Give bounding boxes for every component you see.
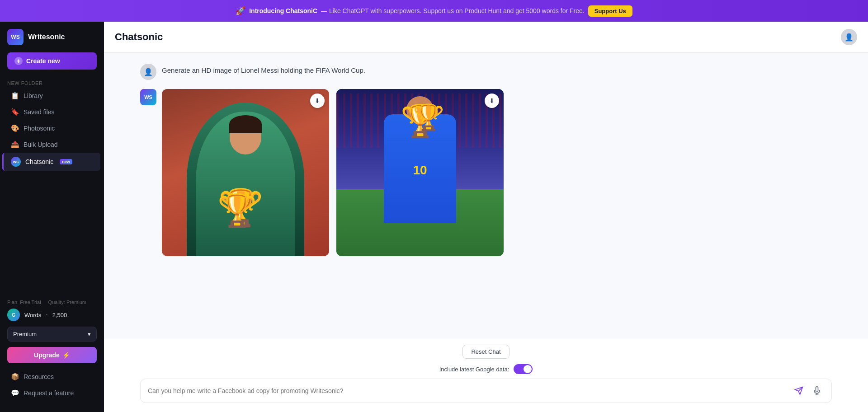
upgrade-button[interactable]: Upgrade ⚡ bbox=[7, 347, 97, 363]
request-feature-icon: 💬 bbox=[11, 389, 19, 397]
sidebar-item-chatsonic-label: Chatsonic bbox=[25, 158, 53, 165]
sidebar-item-request-feature[interactable]: 💬 Request a feature bbox=[4, 385, 100, 401]
premium-label: Premium bbox=[13, 331, 37, 337]
support-us-button[interactable]: Support Us bbox=[588, 5, 632, 17]
google-data-row: Include latest Google data: bbox=[140, 364, 832, 374]
logo-area: WS Writesonic bbox=[0, 29, 104, 52]
upgrade-lightning-icon: ⚡ bbox=[62, 351, 70, 359]
content-area: Chatsonic 👤 👤 Generate an HD image of Li… bbox=[104, 22, 868, 412]
quality-label: Quality: Premium bbox=[48, 300, 86, 305]
saved-files-icon: 🔖 bbox=[11, 108, 19, 116]
chat-input[interactable] bbox=[148, 387, 788, 394]
sidebar-item-bulk-upload[interactable]: 📤 Bulk Upload bbox=[4, 136, 100, 153]
reset-chat-button[interactable]: Reset Chat bbox=[462, 345, 509, 359]
premium-select[interactable]: Premium ▾ bbox=[7, 327, 97, 342]
chevron-down-icon: ▾ bbox=[88, 331, 91, 337]
banner-intro: Introducing ChatsoniC bbox=[249, 7, 317, 14]
sidebar-item-chatsonic[interactable]: WS Chatsonic new bbox=[2, 153, 100, 171]
sidebar-item-library-label: Library bbox=[24, 92, 43, 99]
photosonic-icon: 🎨 bbox=[11, 124, 19, 132]
images-container: 🏆 ⬇ bbox=[162, 89, 832, 256]
ws-avatar: WS bbox=[140, 89, 156, 105]
messi-image-1-visual: 🏆 bbox=[162, 89, 329, 256]
announcement-banner: 🚀 Introducing ChatsoniC — Like ChatGPT w… bbox=[0, 0, 868, 22]
google-data-toggle[interactable] bbox=[514, 364, 533, 374]
plan-info: Plan: Free Trial Quality: Premium bbox=[7, 300, 97, 305]
google-data-label: Include latest Google data: bbox=[439, 366, 509, 373]
user-avatar-small: 👤 bbox=[140, 64, 156, 80]
new-folder-label: New Folder bbox=[0, 77, 104, 88]
ai-response: WS 🏆 bbox=[140, 89, 832, 256]
sidebar-bottom: Plan: Free Trial Quality: Premium G Word… bbox=[0, 296, 104, 405]
words-count: 2,500 bbox=[52, 312, 67, 318]
bulk-upload-icon: 📤 bbox=[11, 140, 19, 149]
user-message-text: Generate an HD image of Lionel Messi hol… bbox=[162, 64, 365, 74]
create-new-label: Create new bbox=[26, 57, 60, 65]
banner-desc: — Like ChatGPT with superpowers. Support… bbox=[321, 7, 585, 14]
user-avatar: 👤 bbox=[841, 29, 857, 45]
create-new-button[interactable]: + Create new bbox=[7, 52, 97, 70]
sidebar-item-resources-label: Resources bbox=[24, 373, 54, 380]
sidebar-item-resources[interactable]: 📦 Resources bbox=[4, 369, 100, 385]
new-badge: new bbox=[60, 159, 72, 164]
plan-label: Plan: Free Trial bbox=[7, 300, 41, 305]
microphone-button[interactable] bbox=[810, 384, 824, 398]
sidebar-item-bulk-label: Bulk Upload bbox=[24, 141, 58, 148]
resources-icon: 📦 bbox=[11, 373, 19, 381]
rocket-icon: 🚀 bbox=[236, 6, 245, 16]
dot-separator: · bbox=[46, 311, 47, 319]
sidebar-item-request-label: Request a feature bbox=[24, 389, 74, 397]
logo-name: Writesonic bbox=[28, 33, 65, 41]
upgrade-label: Upgrade bbox=[34, 351, 60, 359]
generated-image-1: 🏆 ⬇ bbox=[162, 89, 329, 256]
sidebar-item-photosonic-label: Photosonic bbox=[24, 125, 55, 132]
sidebar-item-saved-label: Saved files bbox=[24, 108, 54, 116]
chatsonic-avatar-icon: WS bbox=[11, 157, 21, 167]
chat-input-area bbox=[140, 379, 832, 403]
chat-area: 👤 Generate an HD image of Lionel Messi h… bbox=[104, 53, 868, 339]
generated-image-2: 🏆 10 ⬇ bbox=[336, 89, 504, 256]
sidebar-item-saved-files[interactable]: 🔖 Saved files bbox=[4, 104, 100, 120]
download-image-1-button[interactable]: ⬇ bbox=[310, 94, 325, 108]
reset-chat-area: Reset Chat bbox=[140, 345, 832, 359]
sidebar-item-photosonic[interactable]: 🎨 Photosonic bbox=[4, 120, 100, 136]
words-avatar: G bbox=[7, 309, 20, 321]
user-message: 👤 Generate an HD image of Lionel Messi h… bbox=[140, 64, 832, 80]
sidebar-item-library[interactable]: 📋 Library bbox=[4, 88, 100, 104]
bottom-bar: Reset Chat Include latest Google data: bbox=[104, 339, 868, 412]
download-image-2-button[interactable]: ⬇ bbox=[485, 94, 499, 108]
plus-circle-icon: + bbox=[14, 57, 23, 65]
main-layout: WS Writesonic + Create new New Folder 📋 … bbox=[0, 22, 868, 412]
words-label: Words bbox=[24, 312, 41, 318]
words-area: G Words · 2,500 bbox=[7, 309, 97, 321]
library-icon: 📋 bbox=[11, 92, 19, 100]
send-button[interactable] bbox=[792, 384, 806, 398]
logo-box: WS bbox=[7, 29, 24, 45]
page-title: Chatsonic bbox=[115, 31, 163, 43]
messi-image-2-visual: 🏆 10 bbox=[336, 89, 504, 256]
sidebar: WS Writesonic + Create new New Folder 📋 … bbox=[0, 22, 104, 412]
content-header: Chatsonic 👤 bbox=[104, 22, 868, 53]
